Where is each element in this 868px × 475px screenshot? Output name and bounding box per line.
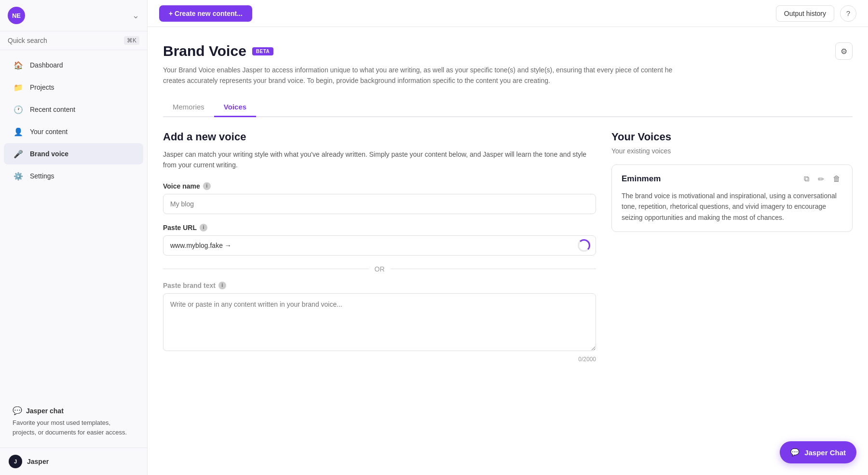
paste-brand-textarea[interactable]: [163, 293, 596, 351]
your-voices-title: Your Voices: [611, 131, 853, 143]
sidebar-item-label: Brand voice: [30, 150, 68, 158]
tab-memories[interactable]: Memories: [163, 98, 214, 117]
char-count: 0/2000: [163, 356, 596, 363]
paste-url-input[interactable]: [163, 235, 596, 256]
voice-edit-button[interactable]: ✏: [816, 174, 826, 185]
paste-brand-info-icon[interactable]: i: [218, 282, 226, 289]
tabs-row: Memories Voices: [163, 98, 853, 117]
jasper-chat-promo-desc: Favorite your most used templates, proje…: [13, 418, 135, 437]
sidebar-item-brand_voice[interactable]: 🎤 Brand voice: [4, 143, 143, 164]
voice-delete-button[interactable]: 🗑: [831, 174, 842, 185]
paste-brand-group: Paste brand text i 0/2000: [163, 282, 596, 363]
paste-url-info-icon[interactable]: i: [200, 224, 207, 231]
sidebar-header: NE ⌄: [0, 0, 147, 31]
paste-brand-label: Paste brand text i: [163, 282, 596, 289]
voice-card-desc: The brand voice is motivational and insp…: [622, 190, 842, 223]
voice-card-header: Eminmem ⧉ ✏ 🗑: [622, 174, 842, 185]
quick-search-label: Quick search: [8, 37, 47, 44]
jasper-chat-button-label: Jasper Chat: [804, 448, 846, 457]
jasper-chat-floating-button[interactable]: 💬 Jasper Chat: [780, 441, 856, 463]
paste-url-label: Paste URL i: [163, 224, 596, 231]
jasper-chat-label: Jasper chat: [26, 407, 64, 415]
sidebar-item-label: Projects: [30, 83, 54, 91]
jasper-brand-label: Jasper: [27, 458, 49, 465]
your-voices-panel: Your Voices Your existing voices Eminmem…: [611, 131, 853, 232]
jasper-logo: J: [9, 455, 22, 468]
your-voices-subtitle: Your existing voices: [611, 147, 853, 155]
voice-name-info-icon[interactable]: i: [203, 182, 211, 190]
sidebar-bottom: J Jasper: [0, 448, 147, 475]
add-voice-title: Add a new voice: [163, 131, 596, 143]
voice-card: Eminmem ⧉ ✏ 🗑 The brand voice is motivat…: [611, 164, 853, 232]
page-subtitle: Your Brand Voice enables Jasper to acces…: [163, 65, 674, 86]
jasper-chat-bubble-icon: 💬: [790, 448, 800, 457]
sidebar-item-recent_content[interactable]: 🕐 Recent content: [4, 99, 143, 120]
voice-copy-button[interactable]: ⧉: [802, 174, 811, 185]
user-avatar[interactable]: NE: [8, 7, 25, 24]
page-title: Brand Voice: [163, 43, 246, 59]
sidebar-item-label: Dashboard: [30, 61, 63, 69]
page-title-row: Brand Voice BETA ⚙: [163, 42, 853, 60]
or-divider: OR: [163, 265, 596, 273]
topbar-right: Output history ?: [776, 5, 856, 22]
chevron-down-icon[interactable]: ⌄: [132, 10, 139, 21]
add-voice-panel: Add a new voice Jasper can match your wr…: [163, 131, 596, 372]
page-content: Brand Voice BETA ⚙ Your Brand Voice enab…: [148, 27, 868, 475]
tab-voices[interactable]: Voices: [214, 98, 256, 117]
beta-badge: BETA: [252, 47, 273, 55]
sidebar: NE ⌄ Quick search ⌘K 🏠 Dashboard 📁 Proje…: [0, 0, 148, 475]
chat-bubble-icon: 💬: [13, 406, 22, 415]
sidebar-item-label: Recent content: [30, 106, 75, 113]
jasper-chat-promo: 💬 Jasper chat Favorite your most used te…: [4, 399, 143, 444]
voice-name-label: Voice name i: [163, 182, 596, 190]
url-input-wrapper: [163, 235, 596, 256]
help-button[interactable]: ?: [840, 5, 856, 22]
add-voice-desc: Jasper can match your writing style with…: [163, 149, 596, 171]
voice-name-input[interactable]: [163, 194, 596, 214]
projects-icon: 📁: [13, 81, 24, 93]
paste-url-group: Paste URL i: [163, 224, 596, 256]
sidebar-item-settings[interactable]: ⚙️ Settings: [4, 165, 143, 187]
sidebar-nav: 🏠 Dashboard 📁 Projects 🕐 Recent content …: [0, 50, 147, 395]
quick-search[interactable]: Quick search ⌘K: [0, 31, 147, 50]
topbar: + Create new content... Output history ?: [148, 0, 868, 27]
brand_voice-icon: 🎤: [13, 148, 24, 160]
sidebar-item-label: Your content: [30, 128, 68, 136]
voice-name-group: Voice name i: [163, 182, 596, 214]
url-loading-spinner: [578, 239, 590, 252]
sidebar-item-dashboard[interactable]: 🏠 Dashboard: [4, 54, 143, 76]
voice-card-actions: ⧉ ✏ 🗑: [802, 174, 842, 185]
page-title-group: Brand Voice BETA: [163, 43, 273, 59]
voice-card-name: Eminmem: [622, 174, 661, 184]
output-history-button[interactable]: Output history: [776, 5, 834, 22]
sidebar-item-your_content[interactable]: 👤 Your content: [4, 121, 143, 142]
create-new-content-button[interactable]: + Create new content...: [159, 5, 252, 22]
settings-icon-button[interactable]: ⚙: [835, 42, 853, 60]
quick-search-kbd: ⌘K: [124, 36, 139, 45]
sidebar-item-label: Settings: [30, 172, 54, 180]
your_content-icon: 👤: [13, 126, 24, 137]
main-content: + Create new content... Output history ?…: [148, 0, 868, 475]
dashboard-icon: 🏠: [13, 59, 24, 71]
settings-icon: ⚙️: [13, 170, 24, 182]
content-grid: Add a new voice Jasper can match your wr…: [163, 131, 853, 372]
sidebar-item-projects[interactable]: 📁 Projects: [4, 77, 143, 98]
recent_content-icon: 🕐: [13, 104, 24, 115]
